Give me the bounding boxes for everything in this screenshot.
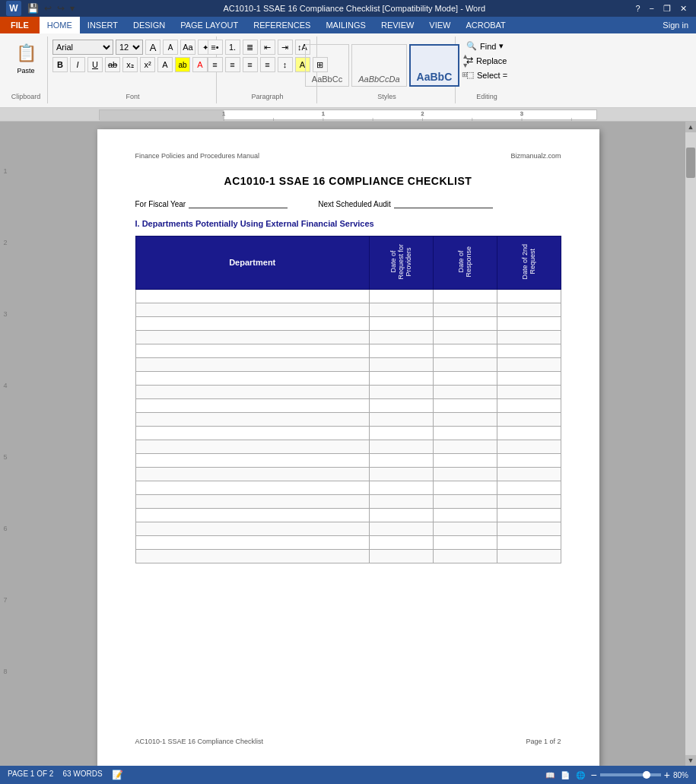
table-row[interactable] bbox=[135, 412, 561, 426]
scroll-down-btn[interactable]: ▼ bbox=[685, 755, 696, 766]
table-row[interactable] bbox=[135, 398, 561, 412]
request-cell[interactable] bbox=[369, 494, 433, 508]
find-btn[interactable]: 🔍 Find ▾ bbox=[463, 40, 510, 52]
response-cell[interactable] bbox=[433, 426, 497, 440]
dept-cell[interactable] bbox=[135, 440, 369, 453]
numbering-btn[interactable]: 1. bbox=[225, 40, 240, 55]
line-spacing-btn[interactable]: ↕ bbox=[278, 57, 293, 72]
second-cell[interactable] bbox=[497, 508, 561, 522]
underline-btn[interactable]: U bbox=[87, 57, 103, 72]
second-cell[interactable] bbox=[497, 440, 561, 453]
scroll-thumb[interactable] bbox=[686, 148, 695, 178]
table-row[interactable] bbox=[135, 508, 561, 522]
multilevel-btn[interactable]: ≣ bbox=[243, 40, 258, 55]
justify-btn[interactable]: ≡ bbox=[260, 57, 275, 72]
dept-cell[interactable] bbox=[135, 494, 369, 508]
view-print-btn[interactable]: 📄 bbox=[561, 771, 570, 779]
strikethrough-btn[interactable]: ab bbox=[105, 57, 120, 72]
second-cell[interactable] bbox=[497, 494, 561, 508]
request-cell[interactable] bbox=[369, 467, 433, 481]
dept-cell[interactable] bbox=[135, 481, 369, 494]
response-cell[interactable] bbox=[433, 316, 497, 330]
second-cell[interactable] bbox=[497, 467, 561, 481]
response-cell[interactable] bbox=[433, 508, 497, 522]
second-cell[interactable] bbox=[497, 426, 561, 440]
dept-cell[interactable] bbox=[135, 535, 369, 549]
track-changes-icon[interactable]: 📝 bbox=[112, 770, 123, 780]
font-color-btn[interactable]: A bbox=[192, 57, 208, 72]
table-row[interactable] bbox=[135, 453, 561, 467]
second-cell[interactable] bbox=[497, 330, 561, 344]
table-row[interactable] bbox=[135, 303, 561, 316]
request-cell[interactable] bbox=[369, 535, 433, 549]
second-cell[interactable] bbox=[497, 522, 561, 535]
second-cell[interactable] bbox=[497, 412, 561, 426]
dept-cell[interactable] bbox=[135, 549, 369, 563]
dept-cell[interactable] bbox=[135, 371, 369, 385]
review-menu[interactable]: REVIEW bbox=[373, 17, 421, 33]
zoom-thumb[interactable] bbox=[643, 771, 650, 779]
align-center-btn[interactable]: ≡ bbox=[225, 57, 240, 72]
superscript-btn[interactable]: x² bbox=[140, 57, 155, 72]
table-row[interactable] bbox=[135, 481, 561, 494]
table-row[interactable] bbox=[135, 357, 561, 371]
dept-cell[interactable] bbox=[135, 357, 369, 371]
second-cell[interactable] bbox=[497, 535, 561, 549]
response-cell[interactable] bbox=[433, 357, 497, 371]
zoom-out-btn[interactable]: − bbox=[591, 769, 597, 781]
insert-menu[interactable]: INSERT bbox=[80, 17, 126, 33]
dept-cell[interactable] bbox=[135, 303, 369, 316]
second-cell[interactable] bbox=[497, 357, 561, 371]
request-cell[interactable] bbox=[369, 508, 433, 522]
request-cell[interactable] bbox=[369, 426, 433, 440]
response-cell[interactable] bbox=[433, 494, 497, 508]
dept-cell[interactable] bbox=[135, 453, 369, 467]
response-cell[interactable] bbox=[433, 344, 497, 357]
help-btn[interactable]: ? bbox=[632, 4, 643, 13]
document-page[interactable]: Finance Policies and Procedures Manual B… bbox=[97, 129, 599, 766]
scroll-track[interactable] bbox=[685, 132, 696, 755]
increase-indent-btn[interactable]: ⇥ bbox=[278, 40, 293, 55]
italic-btn[interactable]: I bbox=[70, 57, 85, 72]
table-row[interactable] bbox=[135, 522, 561, 535]
request-cell[interactable] bbox=[369, 289, 433, 303]
table-row[interactable] bbox=[135, 426, 561, 440]
view-read-btn[interactable]: 📖 bbox=[545, 771, 555, 779]
response-cell[interactable] bbox=[433, 549, 497, 563]
table-row[interactable] bbox=[135, 467, 561, 481]
table-row[interactable] bbox=[135, 494, 561, 508]
request-cell[interactable] bbox=[369, 412, 433, 426]
document-title[interactable]: AC1010-1 SSAE 16 COMPLIANCE CHECKLIST bbox=[135, 175, 561, 187]
dept-cell[interactable] bbox=[135, 316, 369, 330]
dept-cell[interactable] bbox=[135, 330, 369, 344]
restore-btn[interactable]: ❐ bbox=[660, 4, 674, 14]
request-cell[interactable] bbox=[369, 385, 433, 398]
bold-btn[interactable]: B bbox=[52, 57, 68, 72]
sign-in-btn[interactable]: Sign in bbox=[655, 17, 696, 33]
response-cell[interactable] bbox=[433, 385, 497, 398]
second-cell[interactable] bbox=[497, 398, 561, 412]
response-cell[interactable] bbox=[433, 440, 497, 453]
minimize-btn[interactable]: − bbox=[647, 4, 657, 13]
table-row[interactable] bbox=[135, 316, 561, 330]
home-menu[interactable]: HOME bbox=[40, 17, 80, 33]
request-cell[interactable] bbox=[369, 344, 433, 357]
second-cell[interactable] bbox=[497, 481, 561, 494]
align-left-btn[interactable]: ≡ bbox=[208, 57, 223, 72]
undo-qat-btn[interactable]: ↩ bbox=[43, 2, 53, 14]
request-cell[interactable] bbox=[369, 549, 433, 563]
customize-qat-btn[interactable]: ▾ bbox=[68, 2, 76, 14]
request-cell[interactable] bbox=[369, 316, 433, 330]
request-cell[interactable] bbox=[369, 440, 433, 453]
table-row[interactable] bbox=[135, 535, 561, 549]
response-cell[interactable] bbox=[433, 535, 497, 549]
second-cell[interactable] bbox=[497, 385, 561, 398]
paste-button[interactable]: 📋 Paste bbox=[11, 40, 41, 76]
response-cell[interactable] bbox=[433, 398, 497, 412]
view-menu[interactable]: VIEW bbox=[421, 17, 458, 33]
response-cell[interactable] bbox=[433, 467, 497, 481]
request-cell[interactable] bbox=[369, 398, 433, 412]
response-cell[interactable] bbox=[433, 330, 497, 344]
request-cell[interactable] bbox=[369, 357, 433, 371]
view-web-btn[interactable]: 🌐 bbox=[576, 771, 585, 779]
